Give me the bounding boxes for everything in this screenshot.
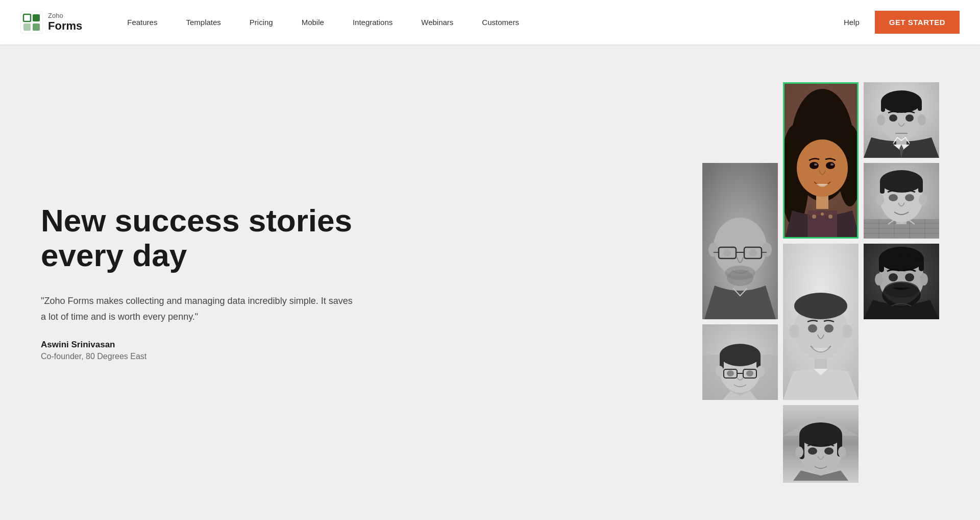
svg-point-17: [723, 249, 731, 256]
svg-point-106: [910, 253, 916, 259]
svg-point-68: [838, 446, 846, 458]
svg-point-20: [727, 270, 753, 286]
svg-point-70: [824, 447, 834, 455]
svg-point-29: [716, 366, 724, 377]
photo-smiling-young-man: [783, 244, 859, 400]
photo-grid: [702, 82, 939, 483]
nav-help[interactable]: Help: [839, 18, 865, 27]
svg-rect-3: [23, 23, 31, 31]
svg-point-30: [756, 366, 765, 377]
navbar: Zoho Forms Features Templates Pricing Mo…: [0, 0, 980, 44]
svg-point-98: [905, 194, 914, 201]
svg-point-55: [794, 293, 847, 319]
nav-customers[interactable]: Customers: [468, 0, 533, 44]
svg-point-77: [877, 114, 885, 126]
hero-author: Aswini Srinivasan Co-founder, 80 Degrees…: [41, 340, 357, 361]
svg-point-92: [880, 170, 923, 193]
svg-point-42: [797, 139, 848, 197]
svg-point-50: [830, 163, 834, 166]
svg-point-69: [808, 447, 817, 455]
hero-content: New success stories every day "Zoho Form…: [41, 203, 357, 362]
svg-point-57: [842, 325, 852, 338]
svg-rect-108: [879, 258, 884, 272]
svg-point-110: [875, 273, 883, 286]
svg-point-35: [746, 370, 753, 376]
svg-rect-4: [33, 23, 40, 31]
svg-point-18: [749, 249, 757, 256]
svg-point-97: [889, 194, 898, 201]
hero-author-title: Co-founder, 80 Degrees East: [41, 352, 357, 361]
svg-point-111: [920, 273, 928, 286]
svg-point-67: [795, 446, 803, 458]
svg-point-26: [720, 344, 761, 366]
nav-pricing[interactable]: Pricing: [235, 0, 287, 44]
nav-templates[interactable]: Templates: [172, 0, 235, 44]
nav-features[interactable]: Features: [113, 0, 172, 44]
svg-point-79: [889, 114, 897, 122]
svg-point-104: [893, 251, 900, 258]
photo-formal-man: [864, 82, 939, 158]
logo-icon: [20, 11, 43, 34]
hero-title: New success stories every day: [41, 203, 357, 273]
svg-point-96: [919, 194, 927, 205]
svg-point-59: [824, 324, 834, 333]
svg-point-11: [762, 243, 772, 257]
logo[interactable]: Zoho Forms: [20, 11, 82, 34]
get-started-button[interactable]: GET STARTED: [875, 11, 960, 34]
svg-point-44: [812, 215, 816, 219]
svg-point-48: [826, 162, 835, 169]
svg-point-56: [789, 325, 799, 338]
svg-point-80: [905, 114, 914, 122]
nav-webinars[interactable]: Webinars: [407, 0, 468, 44]
svg-point-49: [814, 163, 817, 166]
svg-rect-109: [919, 258, 924, 271]
photo-bald-man: [702, 163, 778, 319]
svg-rect-2: [33, 14, 40, 21]
svg-point-34: [727, 370, 734, 376]
hero-quote: "Zoho Forms makes collecting and managin…: [41, 293, 357, 324]
logo-zoho-text: Zoho: [48, 12, 82, 19]
svg-point-10: [708, 243, 719, 257]
photo-bearded-man: [864, 244, 939, 319]
hero-author-name: Aswini Srinivasan: [41, 340, 357, 350]
nav-right: Help GET STARTED: [839, 11, 960, 34]
hero-section: New success stories every day "Zoho Form…: [0, 44, 980, 520]
svg-point-78: [918, 114, 926, 126]
svg-point-105: [901, 250, 908, 257]
nav-integrations[interactable]: Integrations: [338, 0, 407, 44]
photo-young-man-glasses: [702, 324, 778, 400]
svg-rect-76: [918, 101, 922, 111]
svg-rect-75: [881, 101, 885, 112]
svg-rect-94: [918, 180, 923, 193]
svg-point-103: [886, 256, 892, 262]
photo-highlighted-woman: [783, 82, 859, 239]
svg-point-74: [881, 90, 922, 113]
svg-point-113: [905, 273, 914, 281]
svg-point-58: [808, 324, 817, 333]
photo-casual-man: [864, 163, 939, 239]
nav-links: Features Templates Pricing Mobile Integr…: [113, 0, 839, 44]
svg-point-95: [876, 194, 884, 205]
svg-point-64: [799, 422, 842, 447]
photo-outdoor-woman: [783, 405, 859, 483]
svg-point-112: [889, 273, 898, 281]
nav-mobile[interactable]: Mobile: [287, 0, 338, 44]
svg-rect-93: [880, 180, 885, 194]
logo-forms-text: Forms: [48, 20, 82, 32]
svg-point-46: [828, 215, 832, 219]
svg-point-45: [821, 212, 824, 216]
svg-point-47: [810, 162, 819, 169]
